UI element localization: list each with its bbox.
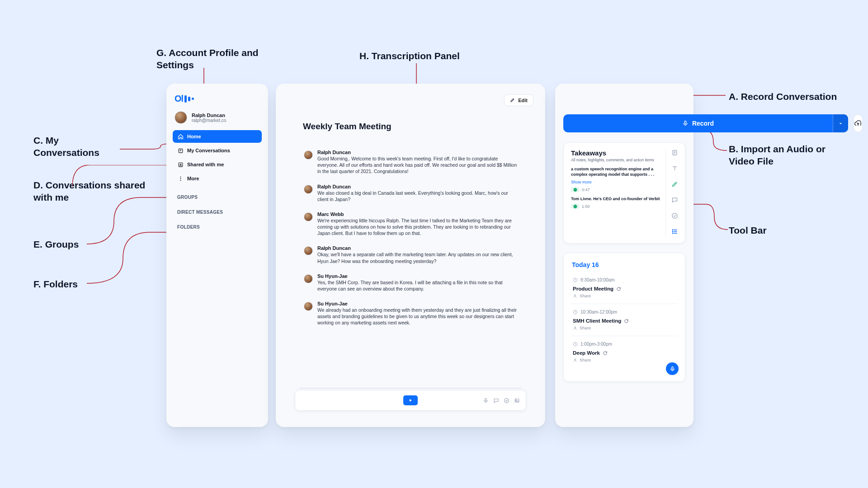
- record-button[interactable]: Record: [563, 114, 848, 132]
- label-E: E. Groups: [33, 238, 79, 250]
- svg-rect-10: [684, 121, 686, 124]
- annotated-app-diagram: { "labels": { "A": "A. Record Conversati…: [0, 0, 868, 488]
- comment-tool-icon[interactable]: [671, 197, 678, 205]
- transcript-message[interactable]: Ralph DuncanWe also closed a big deal in…: [304, 184, 517, 202]
- avatar: [304, 302, 313, 311]
- transcript-message[interactable]: Marc WebbWe're experiencing little hiccu…: [304, 211, 517, 237]
- speaker-text: Okay, we'll have a separate call with th…: [317, 251, 517, 264]
- svg-point-17: [575, 295, 576, 296]
- calendar-event[interactable]: 10:30am-12:00pmSMH Client MeetingShare: [571, 304, 678, 336]
- pencil-icon: [510, 98, 515, 103]
- speaker-text: We already had an onboarding meeting wit…: [317, 307, 517, 326]
- takeaway-timestamp[interactable]: ⬤1:50: [571, 204, 660, 209]
- calendar-event[interactable]: 8:30am-10:00amProduct MeetingShare: [571, 272, 678, 304]
- scrub-track[interactable]: [300, 388, 521, 389]
- transcript-message[interactable]: Su Hyun-JaeYes, the SMH Corp. They are b…: [304, 273, 517, 292]
- takeaway-item[interactable]: a custom speech recognition engine and a…: [571, 167, 660, 177]
- shared-icon: [177, 161, 184, 168]
- chevron-down-icon: [838, 121, 843, 126]
- calendar-card: Today 16 8:30am-10:00amProduct MeetingSh…: [563, 253, 685, 382]
- image-tool-icon[interactable]: [514, 398, 519, 403]
- play-button[interactable]: [403, 395, 418, 405]
- connector-toolbar: [693, 203, 728, 230]
- edit-button[interactable]: Edit: [504, 94, 533, 106]
- notes-tool-icon[interactable]: [671, 149, 678, 158]
- profile-email: ralph@market.co: [192, 118, 226, 123]
- nav-label: Shared with me: [187, 162, 224, 167]
- nav-label: More: [187, 176, 199, 181]
- conversations-icon: [177, 147, 184, 154]
- comment-tool-icon[interactable]: [493, 398, 499, 403]
- cloud-upload-icon: [854, 119, 862, 127]
- section-dm[interactable]: DIRECT MESSAGES: [177, 210, 257, 215]
- event-share[interactable]: Share: [573, 325, 676, 330]
- speaker-name: Ralph Duncan: [317, 184, 517, 189]
- speaker-name: Su Hyun-Jae: [317, 273, 517, 279]
- svg-rect-1: [179, 163, 183, 167]
- action-tool-icon[interactable]: [671, 212, 678, 221]
- recurring-icon: [616, 286, 621, 291]
- mic-icon: [682, 120, 689, 127]
- home-icon: [177, 133, 184, 140]
- clock-icon: [573, 342, 578, 347]
- event-time: 1:00pm-3:00pm: [573, 342, 676, 347]
- takeaways-subtitle: All notes, highlights, comments, and act…: [571, 158, 660, 162]
- profile-block[interactable]: Ralph Duncan ralph@market.co: [175, 111, 260, 124]
- share-icon: [573, 358, 577, 362]
- takeaway-item[interactable]: Tom Livne. He's CEO and co-founder of Ve…: [571, 197, 660, 202]
- event-share[interactable]: Share: [573, 357, 676, 362]
- record-label: Record: [692, 120, 714, 127]
- label-G: G. Account Profile and Settings: [156, 47, 292, 71]
- avatar: [304, 185, 313, 194]
- section-folders[interactable]: FOLDERS: [177, 225, 257, 230]
- nav-my-conversations[interactable]: My Conversations: [173, 144, 262, 157]
- highlight-tool-icon[interactable]: [671, 181, 678, 189]
- calendar-event[interactable]: 1:00pm-3:00pmDeep WorkShare: [571, 336, 678, 368]
- audio-player: [295, 390, 526, 411]
- label-F: F. Folders: [33, 278, 78, 290]
- speaker-name: Ralph Duncan: [317, 150, 517, 155]
- svg-point-4: [180, 178, 181, 179]
- nav-home[interactable]: Home: [173, 130, 262, 143]
- connector-D: [72, 165, 172, 201]
- transcript-message[interactable]: Ralph DuncanGood Morning,. Welcome to th…: [304, 150, 517, 175]
- task-tool-icon[interactable]: [504, 398, 509, 403]
- right-panel: Record Takeaways All notes, highlights, …: [555, 84, 693, 427]
- list-tool-icon[interactable]: [671, 228, 678, 237]
- section-groups[interactable]: GROUPS: [177, 195, 257, 200]
- show-more-link[interactable]: Show more: [571, 180, 592, 184]
- transcript-message[interactable]: Su Hyun-JaeWe already had an onboarding …: [304, 301, 517, 326]
- event-share[interactable]: Share: [573, 293, 676, 298]
- takeaway-timestamp[interactable]: ⬤0:47: [571, 187, 660, 192]
- toolbar: [666, 149, 678, 237]
- label-H: H. Transcription Panel: [359, 50, 460, 62]
- nav-shared-with-me[interactable]: Shared with me: [173, 158, 262, 171]
- nav-label: My Conversations: [187, 148, 230, 153]
- takeaways-title: Takeaways: [571, 149, 660, 157]
- label-toolbar: Tool Bar: [729, 224, 767, 236]
- speaker-name: Marc Webb: [317, 211, 517, 217]
- page-title: Weekly Team Meeting: [303, 122, 536, 131]
- event-title: Product Meeting: [573, 286, 676, 291]
- connector-C: [120, 143, 172, 156]
- upload-button[interactable]: [854, 114, 863, 132]
- event-time: 8:30am-10:00am: [573, 277, 676, 282]
- transcript-message[interactable]: Ralph DuncanOkay, we'll have a separate …: [304, 245, 517, 264]
- mic-tool-icon[interactable]: [483, 398, 488, 403]
- text-tool-icon[interactable]: [671, 165, 678, 174]
- svg-rect-8: [515, 399, 519, 403]
- svg-point-15: [672, 233, 673, 234]
- nav-more[interactable]: More: [173, 172, 262, 185]
- record-dropdown[interactable]: [833, 114, 848, 132]
- avatar: [304, 150, 313, 160]
- speaker-text: Yes, the SMH Corp. They are based in Kor…: [317, 279, 517, 292]
- svg-point-13: [672, 230, 673, 230]
- edit-label: Edit: [518, 98, 528, 103]
- calendar-day-label: Today 16: [572, 261, 677, 268]
- svg-point-3: [180, 176, 181, 177]
- svg-point-5: [180, 180, 181, 181]
- transcription-panel: Edit Weekly Team Meeting Ralph DuncanGoo…: [276, 84, 545, 427]
- profile-name: Ralph Duncan: [192, 113, 226, 118]
- calendar-record-fab[interactable]: [666, 362, 679, 375]
- share-icon: [573, 326, 577, 330]
